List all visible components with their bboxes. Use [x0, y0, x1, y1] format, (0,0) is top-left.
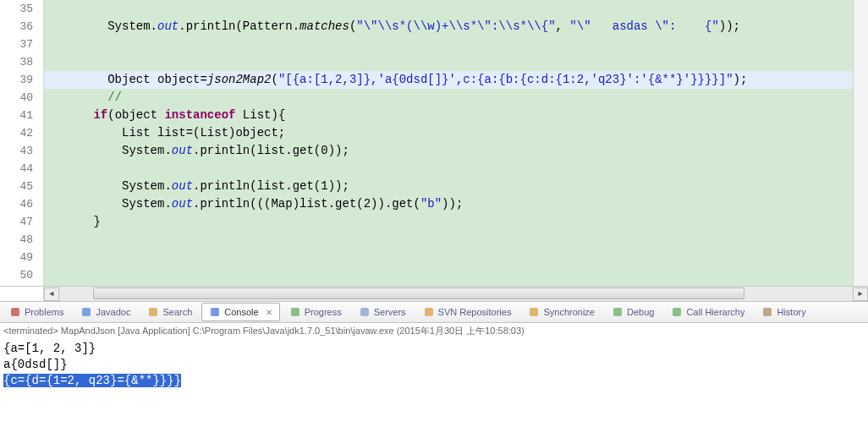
line-number: 38	[0, 53, 43, 71]
tab-search[interactable]: Search	[140, 303, 200, 321]
line-number: 39	[0, 71, 43, 89]
tab-sync[interactable]: Synchronize	[520, 303, 602, 321]
code-line[interactable]: }	[44, 213, 868, 231]
console-line[interactable]: {c={d={1=2, q23}={&**}}}}	[3, 373, 865, 389]
code-line[interactable]	[44, 36, 868, 53]
tab-progress[interactable]: Progress	[282, 303, 349, 321]
line-number: 40	[0, 89, 43, 107]
tab-console[interactable]: Console✕	[201, 303, 279, 321]
console-output[interactable]: {a=[1, 2, 3]}a{0dsd[]}{c={d={1=2, q23}={…	[0, 341, 868, 389]
line-number: 46	[0, 195, 43, 213]
tab-label: Servers	[374, 307, 406, 317]
code-line[interactable]	[44, 249, 868, 266]
code-area[interactable]: System.out.println(Pattern.matches("\"\\…	[44, 0, 868, 286]
line-number: 36	[0, 18, 43, 36]
servers-icon	[359, 306, 371, 318]
svg-rect-4	[291, 308, 299, 316]
tab-history[interactable]: History	[754, 303, 813, 321]
debug-icon	[612, 306, 624, 318]
console-icon	[209, 306, 221, 318]
code-line[interactable]: List list=(List)object;	[44, 124, 868, 142]
code-line[interactable]: //	[44, 89, 868, 107]
tab-servers[interactable]: Servers	[351, 303, 414, 321]
horizontal-scrollbar[interactable]: ◄ ►	[0, 286, 868, 301]
callh-icon	[671, 306, 683, 318]
svg-rect-5	[360, 308, 369, 316]
editor-area: 35363738394041424344454647484950 System.…	[0, 0, 868, 286]
tab-label: Problems	[25, 307, 63, 317]
tab-label: Search	[162, 307, 192, 317]
svg-rect-0	[11, 308, 19, 316]
line-number: 47	[0, 213, 43, 231]
tab-svn[interactable]: SVN Repositories	[415, 303, 519, 321]
tab-problems[interactable]: Problems	[2, 303, 71, 321]
console-header: <terminated> MapAndJson [Java Applicatio…	[0, 323, 868, 341]
tab-javadoc[interactable]: Javadoc	[73, 303, 138, 321]
svg-rect-9	[673, 308, 681, 316]
code-line[interactable]: System.out.println(Pattern.matches("\"\\…	[44, 18, 868, 36]
svg-rect-6	[425, 308, 433, 316]
history-icon	[761, 306, 773, 318]
close-icon[interactable]: ✕	[266, 308, 272, 317]
line-number: 45	[0, 178, 43, 195]
code-line[interactable]	[44, 231, 868, 249]
problems-icon	[9, 306, 21, 318]
code-line[interactable]	[44, 160, 868, 178]
vertical-scrollbar[interactable]	[853, 0, 868, 286]
code-line[interactable]	[44, 0, 868, 18]
tab-label: Javadoc	[96, 307, 130, 317]
tab-label: SVN Repositories	[438, 307, 512, 317]
sync-icon	[528, 306, 540, 318]
scroll-left-button[interactable]: ◄	[44, 287, 59, 301]
scroll-track[interactable]	[59, 287, 853, 301]
code-line[interactable]	[44, 266, 868, 284]
code-line[interactable]	[44, 53, 868, 71]
line-number: 48	[0, 231, 43, 249]
scroll-thumb[interactable]	[93, 287, 744, 299]
console-line[interactable]: a{0dsd[]}	[3, 357, 865, 373]
tab-debug[interactable]: Debug	[604, 303, 662, 321]
line-number-gutter: 35363738394041424344454647484950	[0, 0, 44, 286]
line-number: 42	[0, 124, 43, 142]
javadoc-icon	[80, 306, 92, 318]
search-icon	[147, 306, 159, 318]
tab-label: Console	[224, 307, 258, 317]
svg-rect-2	[149, 308, 157, 316]
svg-rect-8	[613, 308, 622, 316]
code-line[interactable]: System.out.println(((Map)list.get(2)).ge…	[44, 195, 868, 213]
svn-icon	[423, 306, 435, 318]
progress-icon	[289, 306, 301, 318]
line-number: 37	[0, 36, 43, 53]
console-line[interactable]: {a=[1, 2, 3]}	[3, 341, 865, 357]
scroll-right-button[interactable]: ►	[853, 287, 868, 301]
tab-label: Progress	[305, 307, 342, 317]
line-number: 35	[0, 0, 43, 18]
line-number: 43	[0, 142, 43, 160]
svg-rect-10	[763, 308, 772, 316]
tab-label: Call Hierarchy	[686, 307, 744, 317]
line-number: 41	[0, 107, 43, 124]
tab-label: Synchronize	[543, 307, 595, 317]
svg-rect-1	[82, 308, 91, 316]
code-line[interactable]: System.out.println(list.get(1));	[44, 178, 868, 195]
svg-rect-3	[211, 308, 219, 316]
tab-label: History	[777, 307, 805, 317]
code-line[interactable]: if(object instanceof List){	[44, 107, 868, 124]
line-number: 44	[0, 160, 43, 178]
line-number: 49	[0, 249, 43, 266]
line-number: 50	[0, 266, 43, 284]
code-line[interactable]: System.out.println(list.get(0));	[44, 142, 868, 160]
code-line[interactable]: Object object=json2Map2("[{a:[1,2,3]},'a…	[44, 71, 868, 89]
tab-label: Debug	[627, 307, 654, 317]
svg-rect-7	[530, 308, 538, 316]
tab-callh[interactable]: Call Hierarchy	[663, 303, 752, 321]
views-tab-bar: ProblemsJavadocSearchConsole✕ProgressSer…	[0, 301, 868, 323]
